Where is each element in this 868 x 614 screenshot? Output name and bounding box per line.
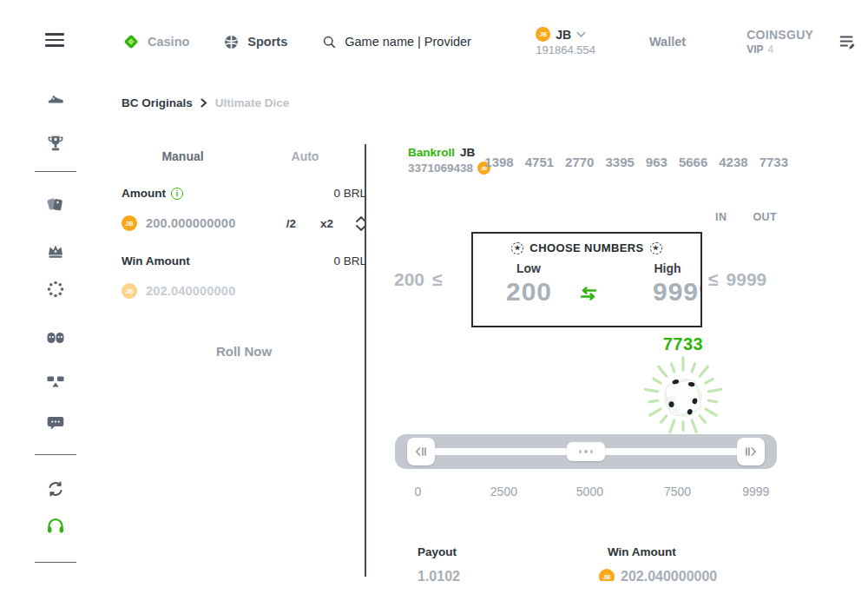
balance-currency: JB	[556, 28, 571, 42]
sidebar-item-community[interactable]	[43, 327, 68, 351]
breadcrumb-bc-originals[interactable]: BC Originals	[122, 96, 193, 109]
username: COINSGUY	[746, 28, 813, 42]
win-amount-fiat: 0 BRL	[333, 254, 366, 267]
result-number: 7733	[640, 334, 727, 354]
chat-icon	[45, 413, 66, 433]
win-amount-label: Win Amount	[608, 545, 717, 558]
sidebar-item-swap[interactable]	[43, 477, 68, 501]
basketball-icon	[222, 33, 240, 51]
win-amount-value: 202.040000000	[621, 569, 717, 581]
slider-scale: 0 2500 5000 7500 9999	[395, 485, 777, 500]
roll-result: 7733	[640, 334, 727, 438]
info-icon[interactable]: i	[171, 188, 183, 200]
vip-label: VIP	[746, 43, 763, 56]
search-bar	[322, 35, 482, 50]
topbar: Casino Sports JB JB 191864.554 Wallet CO…	[80, 0, 868, 83]
breadcrumb-chevron-icon	[201, 98, 207, 108]
in-button[interactable]: IN	[715, 211, 727, 223]
desks-icon	[45, 373, 66, 392]
bankroll: Bankroll JB 3371069438 JB	[408, 146, 490, 175]
amount-input[interactable]: JB 200.000000000 /2 x2	[122, 215, 366, 231]
out-button[interactable]: OUT	[753, 211, 777, 223]
bankroll-currency: JB	[460, 146, 475, 159]
history-number[interactable]: 4238	[719, 155, 747, 169]
history-number[interactable]: 3395	[605, 155, 634, 169]
payout-value: 1.0102	[418, 569, 460, 581]
tick-label: 7500	[664, 485, 691, 498]
sidebar-item-affiliate[interactable]	[43, 370, 68, 394]
sidebar-item-sports-shoes[interactable]	[43, 86, 68, 110]
sidebar-item-tournament[interactable]	[43, 132, 68, 156]
crown-icon	[45, 241, 66, 261]
history-number[interactable]: 4751	[525, 155, 554, 169]
history-number[interactable]: 1398	[484, 155, 513, 169]
in-out-toggle: IN OUT	[715, 211, 777, 223]
history-number[interactable]: 2770	[565, 155, 594, 169]
results-history: 1398 4751 2770 3395 963 5666 4238 7733	[484, 155, 788, 169]
tick-label: 2500	[490, 485, 517, 498]
win-amount-label: Win Amount	[122, 254, 190, 267]
masks-icon	[45, 329, 66, 348]
bankroll-value: 3371069438	[408, 162, 473, 175]
balance-amount: 191864.554	[536, 43, 595, 56]
handle-low-icon	[414, 445, 428, 459]
breadcrumb: BC Originals Ultimate Dice	[122, 96, 289, 109]
slider-handle-low[interactable]	[407, 438, 435, 465]
amount-value[interactable]: 200.000000000	[146, 216, 235, 230]
vip-level: 4	[767, 43, 773, 56]
sidebar-item-support[interactable]	[43, 513, 68, 538]
high-value-input[interactable]: 9999	[653, 277, 702, 307]
slider-handle-mid[interactable]	[567, 442, 605, 461]
casino-gem-icon	[122, 32, 141, 51]
history-number[interactable]: 963	[646, 155, 667, 169]
search-icon	[322, 35, 337, 50]
sneaker-icon	[45, 88, 66, 109]
panel-divider	[365, 144, 366, 577]
sidebar-item-bc-originals[interactable]	[43, 277, 68, 301]
choose-numbers-box: ★ CHOOSE NUMBERS ★ Low High 200 9999	[471, 232, 702, 327]
high-label: High	[645, 261, 690, 275]
payout-label: Payout	[418, 545, 460, 558]
sidebar-divider	[35, 454, 76, 455]
range-min-value: 200	[394, 269, 424, 290]
handle-high-icon	[744, 445, 758, 459]
sidebar-item-promotions[interactable]	[43, 193, 68, 217]
low-label: Low	[506, 261, 551, 275]
range-min: 200 ≤	[394, 269, 443, 290]
nav-sports[interactable]: Sports	[222, 33, 287, 51]
sidebar-divider	[35, 171, 76, 172]
double-bet-button[interactable]: x2	[320, 217, 333, 230]
breadcrumb-current-page: Ultimate Dice	[215, 96, 290, 109]
sidebar-divider	[35, 562, 76, 563]
search-input[interactable]	[345, 35, 482, 49]
tab-auto[interactable]: Auto	[244, 149, 366, 163]
half-bet-button[interactable]: /2	[286, 217, 296, 230]
tick-label: 0	[414, 485, 421, 498]
balance-selector[interactable]: JB JB 191864.554	[536, 27, 595, 56]
tags-icon	[45, 195, 66, 215]
swap-values-button[interactable]	[578, 287, 599, 300]
history-number[interactable]: 5666	[679, 155, 707, 169]
list-pencil-icon	[838, 33, 857, 50]
star-icon: ★	[511, 242, 523, 254]
win-amount-field: JB 202.040000000	[122, 283, 366, 299]
tab-manual[interactable]: Manual	[122, 149, 244, 163]
menu-icon[interactable]	[45, 33, 64, 47]
circle-dots-icon	[45, 279, 66, 300]
chevron-down-icon	[576, 31, 586, 38]
history-number[interactable]: 7733	[760, 155, 788, 169]
range-slider[interactable]	[395, 434, 777, 469]
jb-coin-icon: JB	[122, 283, 137, 299]
sidebar-item-chat[interactable]	[43, 411, 68, 435]
roll-now-button[interactable]: Roll Now	[216, 344, 272, 359]
tick-label: 5000	[576, 485, 603, 498]
user-info: COINSGUY VIP 4	[746, 28, 813, 56]
wallet-button[interactable]: Wallet	[649, 35, 686, 49]
slider-handle-high[interactable]	[737, 438, 765, 465]
choose-numbers-title: CHOOSE NUMBERS	[529, 241, 643, 254]
low-value-input[interactable]: 200	[506, 277, 552, 307]
nav-casino-label: Casino	[148, 35, 189, 49]
quests-button[interactable]	[838, 33, 857, 50]
sidebar-item-vip-club[interactable]	[43, 239, 68, 263]
nav-casino[interactable]: Casino	[122, 32, 189, 51]
